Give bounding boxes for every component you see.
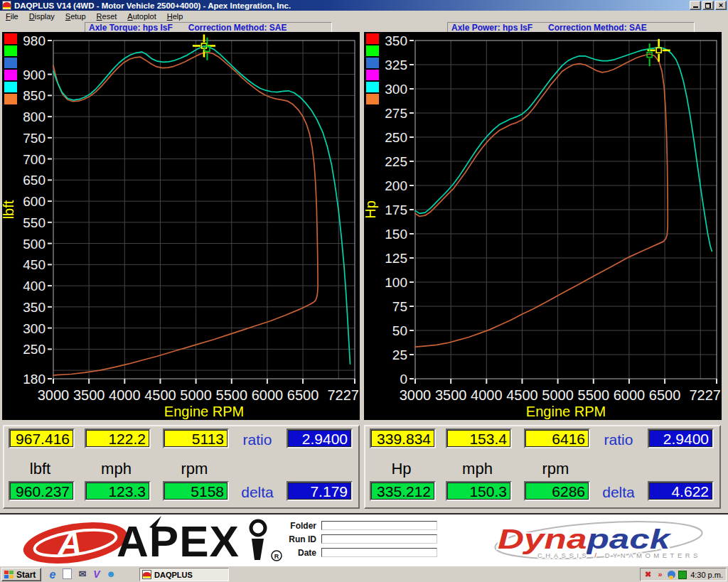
y-tick-label: 250 <box>23 342 46 357</box>
x-tick-label: 4000 <box>109 387 141 403</box>
torque-cursor2-rpm: 5158 <box>163 481 229 501</box>
menu-item-setup[interactable]: Setup <box>65 12 86 21</box>
v-app-icon[interactable]: V <box>91 568 102 580</box>
dynapack-logo: Dynapack CHASSIS / DYNAMOMETERS <box>478 517 719 566</box>
start-button[interactable]: Start <box>1 568 41 581</box>
folder-input[interactable] <box>321 521 437 530</box>
legend-swatch[interactable] <box>4 45 17 56</box>
menu-item-reset[interactable]: Reset <box>97 12 117 21</box>
green-status-icon[interactable] <box>678 571 687 579</box>
messenger-icon[interactable]: ☻ <box>105 568 117 580</box>
torque-correction-method: Correction Method: SAE <box>188 23 287 33</box>
x-tick-label: 6000 <box>252 387 284 403</box>
y-tick-label: 325 <box>385 58 407 72</box>
y-tick-label: 200 <box>385 178 407 193</box>
y-tick-label: 175 <box>385 203 407 217</box>
x-tick-label: 7227 <box>690 387 722 403</box>
taskbar-daqplus-button[interactable]: DAQPLUS <box>139 568 229 581</box>
legend-swatch[interactable] <box>4 70 17 80</box>
y-tick-label: 650 <box>23 173 46 188</box>
y-tick-label: 25 <box>392 347 407 362</box>
ratio-label: ratio <box>594 431 643 448</box>
delta-label: delta <box>594 484 643 501</box>
minimize-button[interactable] <box>690 1 701 10</box>
torque-values-panel: 967.416 122.2 5113 ratio 2.9400 lbft mph… <box>3 425 360 509</box>
close-icon: × <box>719 1 723 9</box>
runid-label: Run ID <box>263 534 316 544</box>
x-tick-label: 5500 <box>216 387 248 403</box>
torque-cursor2-value: 960.237 <box>9 481 75 501</box>
mph-unit-label: mph <box>444 460 510 478</box>
power-cursor2-mph: 150.3 <box>446 481 512 501</box>
mail-icon[interactable]: ✉ <box>77 568 88 580</box>
legend-swatch[interactable] <box>366 45 379 56</box>
y-tick-label: 275 <box>385 106 407 121</box>
rpm-unit-label: rpm <box>523 460 589 478</box>
runid-input[interactable] <box>321 534 437 544</box>
x-tick-label: 5500 <box>578 387 610 403</box>
legend-swatch[interactable] <box>4 82 17 92</box>
x-tick-label: 3500 <box>73 387 105 403</box>
torque-cursor-mph: 122.2 <box>85 429 151 448</box>
display-error-icon[interactable]: ✖ <box>643 570 653 579</box>
y-axis-title: Hp <box>364 200 378 219</box>
torque-cursor-rpm: 5113 <box>163 429 229 448</box>
app-icon <box>2 1 11 10</box>
legend-swatch[interactable] <box>366 82 379 92</box>
restore-icon <box>705 3 711 9</box>
legend-swatch[interactable] <box>366 58 379 68</box>
series-power-run-red <box>415 54 668 347</box>
document-icon[interactable] <box>63 568 72 579</box>
daqplus-task-icon <box>142 570 151 579</box>
x-tick-label: 3000 <box>38 387 70 403</box>
menu-item-display[interactable]: Display <box>29 12 55 21</box>
y-tick-label: 800 <box>23 109 46 124</box>
torque-cursor-value: 967.416 <box>9 429 75 448</box>
y-tick-label: 700 <box>23 152 46 167</box>
x-tick-label: 7227 <box>328 387 360 403</box>
delta-label: delta <box>233 484 282 501</box>
y-tick-label: 250 <box>385 130 407 145</box>
folder-label: Folder <box>263 521 316 531</box>
menu-item-help[interactable]: Help <box>167 12 183 21</box>
power-cursor-rpm: 6416 <box>524 429 590 448</box>
series-torque-run-cyan <box>53 46 350 365</box>
torque-chart-title: Axle Torque: hps IsF <box>89 23 173 33</box>
legend-swatch[interactable] <box>4 33 17 44</box>
legend-swatch[interactable] <box>4 94 17 104</box>
y-tick-label: 350 <box>385 33 407 48</box>
y-tick-label: 550 <box>23 215 46 230</box>
menu-item-file[interactable]: File <box>6 12 18 21</box>
minimize-icon <box>693 6 698 8</box>
windows-logo-icon <box>4 571 14 579</box>
internet-explorer-icon[interactable]: e <box>47 568 58 580</box>
x-axis-title: Engine RPM <box>526 404 606 419</box>
power-ratio-value: 2.9400 <box>648 429 714 448</box>
legend-swatch[interactable] <box>366 70 379 80</box>
power-chart-panel: 3503253002752502252001751501251007550250… <box>364 32 722 420</box>
torque-delta-value: 7.179 <box>287 481 353 501</box>
cursor-marker[interactable] <box>648 39 670 62</box>
y-tick-label: 980 <box>23 33 46 48</box>
legend-swatch[interactable] <box>4 58 17 68</box>
date-input[interactable] <box>321 548 437 557</box>
close-button[interactable]: × <box>715 1 727 10</box>
menu-item-autoplot[interactable]: Autoplot <box>127 12 156 21</box>
y-axis-title: lbft <box>2 200 16 219</box>
network-icon[interactable] <box>668 571 675 578</box>
fast-forward-icon[interactable]: » <box>655 570 665 579</box>
x-tick-label: 3000 <box>400 387 432 403</box>
restore-button[interactable] <box>702 1 714 10</box>
taskbar: Start e ✉ V ☻ DAQPLUS ✖ » 4:30 p.m. <box>0 566 728 582</box>
power-cursor-mph: 153.4 <box>446 429 512 448</box>
logo-strip: A APEX R Folder Run ID Date Dynapack CHA… <box>0 513 728 566</box>
torque-cursor2-mph: 123.3 <box>85 481 151 501</box>
torque-chart-header: Axle Torque: hps IsF Correction Method: … <box>85 22 332 33</box>
torque-ratio-value: 2.9400 <box>287 429 353 448</box>
legend-swatch[interactable] <box>366 94 379 104</box>
legend-swatch[interactable] <box>366 33 379 44</box>
title-bar[interactable]: DAQPLUS V14 (4WD - Motor Vehicle 2500+40… <box>0 0 728 11</box>
y-tick-label: 400 <box>23 279 46 293</box>
y-tick-label: 125 <box>385 251 407 266</box>
x-tick-label: 5000 <box>180 387 212 403</box>
